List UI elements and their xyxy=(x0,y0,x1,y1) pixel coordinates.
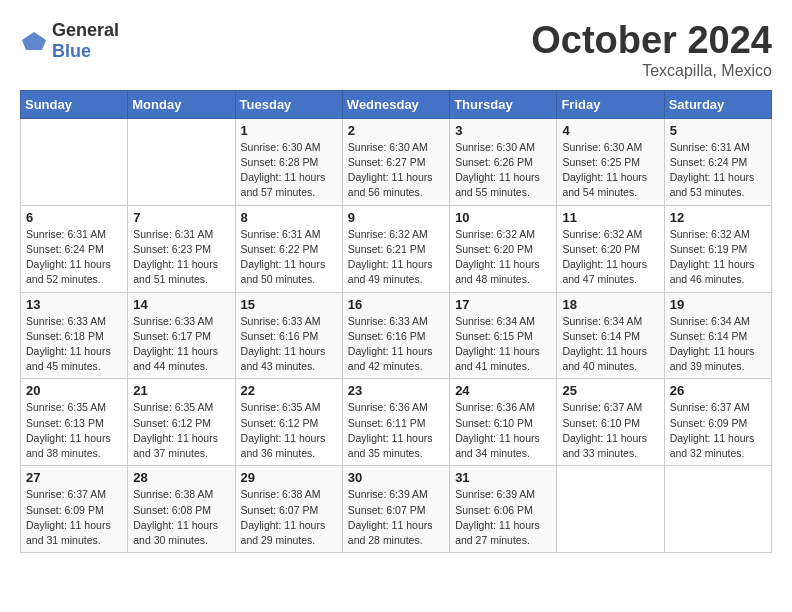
day-info: Sunrise: 6:33 AM Sunset: 6:18 PM Dayligh… xyxy=(26,314,122,375)
week-row-3: 13Sunrise: 6:33 AM Sunset: 6:18 PM Dayli… xyxy=(21,292,772,379)
day-number: 14 xyxy=(133,297,229,312)
weekday-header-thursday: Thursday xyxy=(450,90,557,118)
day-info: Sunrise: 6:38 AM Sunset: 6:07 PM Dayligh… xyxy=(241,487,337,548)
calendar-cell: 12Sunrise: 6:32 AM Sunset: 6:19 PM Dayli… xyxy=(664,205,771,292)
day-info: Sunrise: 6:38 AM Sunset: 6:08 PM Dayligh… xyxy=(133,487,229,548)
day-number: 21 xyxy=(133,383,229,398)
calendar-cell: 5Sunrise: 6:31 AM Sunset: 6:24 PM Daylig… xyxy=(664,118,771,205)
day-info: Sunrise: 6:37 AM Sunset: 6:09 PM Dayligh… xyxy=(670,400,766,461)
page-header: General Blue October 2024 Texcapilla, Me… xyxy=(20,20,772,80)
week-row-5: 27Sunrise: 6:37 AM Sunset: 6:09 PM Dayli… xyxy=(21,466,772,553)
day-number: 8 xyxy=(241,210,337,225)
calendar-cell: 23Sunrise: 6:36 AM Sunset: 6:11 PM Dayli… xyxy=(342,379,449,466)
calendar-cell: 7Sunrise: 6:31 AM Sunset: 6:23 PM Daylig… xyxy=(128,205,235,292)
day-number: 29 xyxy=(241,470,337,485)
day-info: Sunrise: 6:39 AM Sunset: 6:06 PM Dayligh… xyxy=(455,487,551,548)
day-info: Sunrise: 6:35 AM Sunset: 6:13 PM Dayligh… xyxy=(26,400,122,461)
logo-text: General Blue xyxy=(52,20,119,62)
calendar-cell: 6Sunrise: 6:31 AM Sunset: 6:24 PM Daylig… xyxy=(21,205,128,292)
calendar-cell xyxy=(664,466,771,553)
day-number: 9 xyxy=(348,210,444,225)
calendar-cell: 25Sunrise: 6:37 AM Sunset: 6:10 PM Dayli… xyxy=(557,379,664,466)
day-info: Sunrise: 6:30 AM Sunset: 6:25 PM Dayligh… xyxy=(562,140,658,201)
day-info: Sunrise: 6:33 AM Sunset: 6:17 PM Dayligh… xyxy=(133,314,229,375)
week-row-4: 20Sunrise: 6:35 AM Sunset: 6:13 PM Dayli… xyxy=(21,379,772,466)
day-number: 28 xyxy=(133,470,229,485)
location-title: Texcapilla, Mexico xyxy=(531,62,772,80)
weekday-header-friday: Friday xyxy=(557,90,664,118)
week-row-2: 6Sunrise: 6:31 AM Sunset: 6:24 PM Daylig… xyxy=(21,205,772,292)
day-number: 12 xyxy=(670,210,766,225)
logo-general: General xyxy=(52,20,119,40)
day-number: 25 xyxy=(562,383,658,398)
month-title: October 2024 xyxy=(531,20,772,62)
day-info: Sunrise: 6:36 AM Sunset: 6:11 PM Dayligh… xyxy=(348,400,444,461)
calendar-cell: 24Sunrise: 6:36 AM Sunset: 6:10 PM Dayli… xyxy=(450,379,557,466)
calendar-cell: 11Sunrise: 6:32 AM Sunset: 6:20 PM Dayli… xyxy=(557,205,664,292)
day-info: Sunrise: 6:32 AM Sunset: 6:20 PM Dayligh… xyxy=(455,227,551,288)
logo-blue: Blue xyxy=(52,41,91,61)
calendar-cell: 22Sunrise: 6:35 AM Sunset: 6:12 PM Dayli… xyxy=(235,379,342,466)
day-number: 31 xyxy=(455,470,551,485)
calendar-cell xyxy=(21,118,128,205)
calendar-cell: 17Sunrise: 6:34 AM Sunset: 6:15 PM Dayli… xyxy=(450,292,557,379)
day-number: 19 xyxy=(670,297,766,312)
day-number: 16 xyxy=(348,297,444,312)
day-info: Sunrise: 6:33 AM Sunset: 6:16 PM Dayligh… xyxy=(348,314,444,375)
calendar-cell: 8Sunrise: 6:31 AM Sunset: 6:22 PM Daylig… xyxy=(235,205,342,292)
title-section: October 2024 Texcapilla, Mexico xyxy=(531,20,772,80)
day-number: 22 xyxy=(241,383,337,398)
calendar-cell: 4Sunrise: 6:30 AM Sunset: 6:25 PM Daylig… xyxy=(557,118,664,205)
calendar-cell: 20Sunrise: 6:35 AM Sunset: 6:13 PM Dayli… xyxy=(21,379,128,466)
day-info: Sunrise: 6:32 AM Sunset: 6:19 PM Dayligh… xyxy=(670,227,766,288)
day-info: Sunrise: 6:31 AM Sunset: 6:22 PM Dayligh… xyxy=(241,227,337,288)
day-number: 4 xyxy=(562,123,658,138)
day-info: Sunrise: 6:30 AM Sunset: 6:28 PM Dayligh… xyxy=(241,140,337,201)
day-number: 30 xyxy=(348,470,444,485)
day-number: 10 xyxy=(455,210,551,225)
calendar-cell: 31Sunrise: 6:39 AM Sunset: 6:06 PM Dayli… xyxy=(450,466,557,553)
day-info: Sunrise: 6:30 AM Sunset: 6:27 PM Dayligh… xyxy=(348,140,444,201)
day-info: Sunrise: 6:39 AM Sunset: 6:07 PM Dayligh… xyxy=(348,487,444,548)
weekday-header-saturday: Saturday xyxy=(664,90,771,118)
day-number: 2 xyxy=(348,123,444,138)
day-info: Sunrise: 6:32 AM Sunset: 6:21 PM Dayligh… xyxy=(348,227,444,288)
weekday-header-sunday: Sunday xyxy=(21,90,128,118)
calendar-cell: 2Sunrise: 6:30 AM Sunset: 6:27 PM Daylig… xyxy=(342,118,449,205)
day-number: 7 xyxy=(133,210,229,225)
calendar-cell: 19Sunrise: 6:34 AM Sunset: 6:14 PM Dayli… xyxy=(664,292,771,379)
day-info: Sunrise: 6:31 AM Sunset: 6:24 PM Dayligh… xyxy=(670,140,766,201)
day-number: 6 xyxy=(26,210,122,225)
day-number: 26 xyxy=(670,383,766,398)
day-number: 17 xyxy=(455,297,551,312)
day-number: 23 xyxy=(348,383,444,398)
logo: General Blue xyxy=(20,20,119,62)
calendar-cell: 27Sunrise: 6:37 AM Sunset: 6:09 PM Dayli… xyxy=(21,466,128,553)
day-number: 3 xyxy=(455,123,551,138)
calendar-cell: 28Sunrise: 6:38 AM Sunset: 6:08 PM Dayli… xyxy=(128,466,235,553)
day-number: 27 xyxy=(26,470,122,485)
calendar-cell: 29Sunrise: 6:38 AM Sunset: 6:07 PM Dayli… xyxy=(235,466,342,553)
calendar-cell xyxy=(128,118,235,205)
day-info: Sunrise: 6:35 AM Sunset: 6:12 PM Dayligh… xyxy=(241,400,337,461)
weekday-header-monday: Monday xyxy=(128,90,235,118)
day-info: Sunrise: 6:34 AM Sunset: 6:15 PM Dayligh… xyxy=(455,314,551,375)
calendar-cell: 15Sunrise: 6:33 AM Sunset: 6:16 PM Dayli… xyxy=(235,292,342,379)
day-info: Sunrise: 6:34 AM Sunset: 6:14 PM Dayligh… xyxy=(562,314,658,375)
day-info: Sunrise: 6:30 AM Sunset: 6:26 PM Dayligh… xyxy=(455,140,551,201)
calendar-cell: 14Sunrise: 6:33 AM Sunset: 6:17 PM Dayli… xyxy=(128,292,235,379)
day-number: 11 xyxy=(562,210,658,225)
calendar-cell: 30Sunrise: 6:39 AM Sunset: 6:07 PM Dayli… xyxy=(342,466,449,553)
day-info: Sunrise: 6:35 AM Sunset: 6:12 PM Dayligh… xyxy=(133,400,229,461)
calendar-cell: 21Sunrise: 6:35 AM Sunset: 6:12 PM Dayli… xyxy=(128,379,235,466)
day-info: Sunrise: 6:37 AM Sunset: 6:09 PM Dayligh… xyxy=(26,487,122,548)
calendar-cell: 1Sunrise: 6:30 AM Sunset: 6:28 PM Daylig… xyxy=(235,118,342,205)
calendar-cell: 16Sunrise: 6:33 AM Sunset: 6:16 PM Dayli… xyxy=(342,292,449,379)
day-info: Sunrise: 6:31 AM Sunset: 6:23 PM Dayligh… xyxy=(133,227,229,288)
day-number: 20 xyxy=(26,383,122,398)
calendar-cell: 9Sunrise: 6:32 AM Sunset: 6:21 PM Daylig… xyxy=(342,205,449,292)
day-info: Sunrise: 6:36 AM Sunset: 6:10 PM Dayligh… xyxy=(455,400,551,461)
calendar-cell: 26Sunrise: 6:37 AM Sunset: 6:09 PM Dayli… xyxy=(664,379,771,466)
weekday-header-wednesday: Wednesday xyxy=(342,90,449,118)
day-number: 5 xyxy=(670,123,766,138)
